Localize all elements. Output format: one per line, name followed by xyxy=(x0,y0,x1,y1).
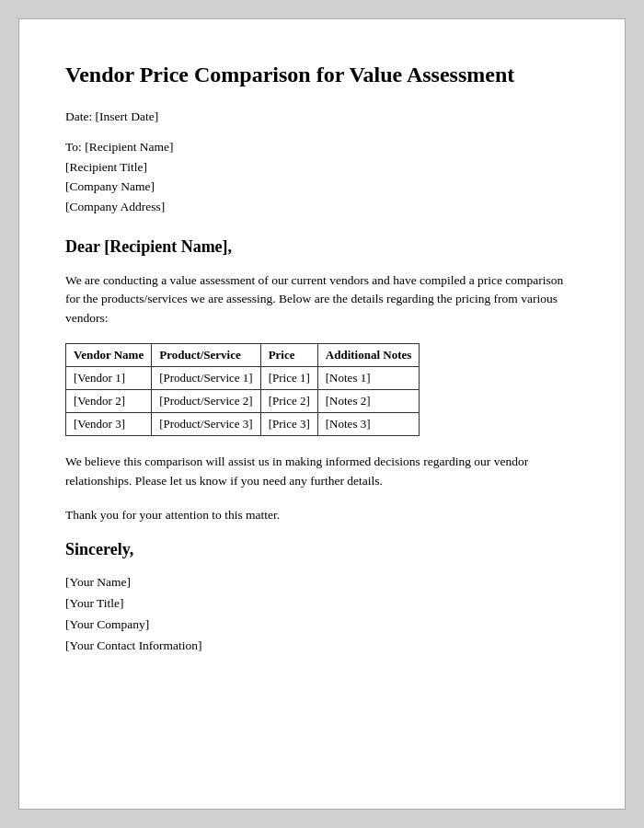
table-header-row: Vendor Name Product/Service Price Additi… xyxy=(66,344,420,367)
recipient-address: [Company Address] xyxy=(65,197,579,217)
document-title: Vendor Price Comparison for Value Assess… xyxy=(65,61,579,89)
recipient-to: To: [Recipient Name] xyxy=(65,137,579,157)
table-cell-r1-c0: [Vendor 2] xyxy=(66,390,152,413)
table-cell-r2-c1: [Product/Service 3] xyxy=(152,413,260,436)
col-header-vendor: Vendor Name xyxy=(66,344,152,367)
body-paragraph-2: We believe this comparison will assist u… xyxy=(65,453,579,491)
price-comparison-table: Vendor Name Product/Service Price Additi… xyxy=(65,343,420,436)
body-paragraph-3: Thank you for your attention to this mat… xyxy=(65,506,579,525)
table-cell-r1-c2: [Price 2] xyxy=(260,390,317,413)
table-cell-r2-c0: [Vendor 3] xyxy=(66,413,152,436)
table-cell-r1-c1: [Product/Service 2] xyxy=(152,390,260,413)
col-header-product: Product/Service xyxy=(152,344,260,367)
table-row: [Vendor 1][Product/Service 1][Price 1][N… xyxy=(66,367,420,390)
table-cell-r2-c3: [Notes 3] xyxy=(317,413,420,436)
signature-contact: [Your Contact Information] xyxy=(65,636,579,657)
signature-company: [Your Company] xyxy=(65,615,579,636)
table-row: [Vendor 3][Product/Service 3][Price 3][N… xyxy=(66,413,420,436)
table-cell-r0-c1: [Product/Service 1] xyxy=(152,367,260,390)
col-header-price: Price xyxy=(260,344,317,367)
document-page: Vendor Price Comparison for Value Assess… xyxy=(18,18,626,810)
table-cell-r0-c2: [Price 1] xyxy=(260,367,317,390)
closing: Sincerely, xyxy=(65,540,579,559)
col-header-notes: Additional Notes xyxy=(317,344,420,367)
table-cell-r0-c0: [Vendor 1] xyxy=(66,367,152,390)
salutation: Dear [Recipient Name], xyxy=(65,237,579,257)
recipient-block: To: [Recipient Name] [Recipient Title] [… xyxy=(65,137,579,216)
signature-name: [Your Name] xyxy=(65,572,579,593)
table-row: [Vendor 2][Product/Service 2][Price 2][N… xyxy=(66,390,420,413)
signature-title: [Your Title] xyxy=(65,593,579,615)
table-cell-r2-c2: [Price 3] xyxy=(260,413,317,436)
table-cell-r0-c3: [Notes 1] xyxy=(317,367,420,390)
table-cell-r1-c3: [Notes 2] xyxy=(317,390,420,413)
body-paragraph-1: We are conducting a value assessment of … xyxy=(65,271,579,329)
recipient-title: [Recipient Title] xyxy=(65,157,579,178)
signature-block: [Your Name] [Your Title] [Your Company] … xyxy=(65,572,579,657)
date-line: Date: [Insert Date] xyxy=(65,109,579,124)
recipient-company: [Company Name] xyxy=(65,177,579,197)
